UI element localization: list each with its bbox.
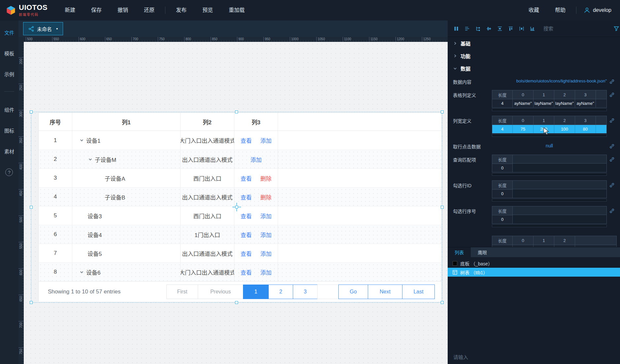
link-icon[interactable] <box>607 141 617 150</box>
page-button-1[interactable]: 1 <box>243 285 269 299</box>
tree-structure-icon[interactable] <box>475 25 481 32</box>
selection-handle[interactable] <box>30 301 33 304</box>
align-top-icon[interactable] <box>507 25 514 32</box>
table-row-1[interactable]: 1设备1大门入口出入通道模式查看添加 <box>39 131 441 150</box>
section-基础[interactable]: 基础 <box>448 37 620 49</box>
sidebar-item-素材[interactable]: 素材 <box>4 148 14 155</box>
row-action-查看[interactable]: 查看 <box>241 212 252 220</box>
row-action-查看[interactable]: 查看 <box>241 193 252 201</box>
bar-chart-icon[interactable] <box>529 25 536 32</box>
grid-cell[interactable]: 4 <box>492 125 513 133</box>
app-logo[interactable]: UIOTOS 前端零代码 <box>0 4 57 17</box>
menu-item-还原[interactable]: 还原 <box>136 0 162 20</box>
grid-cell[interactable]: 4 <box>492 99 513 107</box>
row-action-查看[interactable]: 查看 <box>241 136 252 144</box>
row-action-添加[interactable]: 添加 <box>260 268 272 276</box>
grid-cell[interactable]: 200 <box>534 125 554 133</box>
grid-scrollbar[interactable] <box>492 134 607 137</box>
link-icon[interactable] <box>607 180 617 201</box>
row-action-查看[interactable]: 查看 <box>241 174 252 182</box>
split-view-icon[interactable] <box>453 25 460 32</box>
menu-item-撤销[interactable]: 撤销 <box>110 0 136 20</box>
section-功能[interactable]: 功能 <box>448 49 620 62</box>
len-value-cell[interactable]: 0 <box>492 215 513 224</box>
page-go-button[interactable]: Go <box>338 285 368 299</box>
layers-tab-列表[interactable]: 列表 <box>448 247 471 257</box>
page-button-2[interactable]: 2 <box>268 285 293 299</box>
expand-chevron-icon[interactable] <box>80 138 84 142</box>
selection-handle[interactable] <box>30 206 33 209</box>
design-canvas[interactable]: 序号列1列2列3 1设备1大门入口出入通道模式查看添加2子设备M出入口通道出入模… <box>24 42 448 364</box>
grid-scrollbar[interactable] <box>492 225 607 227</box>
layer-item-树表[interactable]: 树表 （ttb1） <box>448 268 620 277</box>
link-icon[interactable] <box>607 206 617 227</box>
search-input[interactable] <box>543 26 609 31</box>
table-row-2[interactable]: 2子设备M出入口通道出入模式添加 <box>39 150 441 168</box>
section-数据[interactable]: 数据 <box>448 62 620 75</box>
grid-cell[interactable]: ayName" <box>513 99 534 107</box>
row-action-添加[interactable]: 添加 <box>260 212 272 220</box>
row-action-删除[interactable]: 删除 <box>260 174 272 182</box>
grid-cell[interactable]: layName" <box>554 99 575 107</box>
grid-cell[interactable]: 75 <box>513 125 534 133</box>
row-action-添加[interactable]: 添加 <box>251 155 262 164</box>
help-icon[interactable]: ? <box>5 168 13 176</box>
table-row-8[interactable]: 8设备6大门入口出入通道模式查看添加 <box>39 262 441 281</box>
layer-item-底板[interactable]: 底板 （_base） <box>448 259 620 268</box>
page-first-button[interactable]: First <box>166 285 198 299</box>
field-value[interactable]: bols/demo/uiotos/icons/light/address-boo… <box>492 77 607 85</box>
len-value-cell[interactable]: 0 <box>492 164 513 172</box>
expand-chevron-icon[interactable] <box>88 157 92 162</box>
selection-handle[interactable] <box>30 110 33 113</box>
row-action-删除[interactable]: 删除 <box>260 193 272 201</box>
row-action-添加[interactable]: 添加 <box>260 136 272 144</box>
sidebar-item-组件[interactable]: 组件 <box>4 106 14 113</box>
grid-cell[interactable]: 80 <box>575 125 596 133</box>
distribute-horizontal-icon[interactable] <box>518 25 525 32</box>
menu-item-保存[interactable]: 保存 <box>83 0 110 20</box>
page-number-input[interactable] <box>317 285 339 299</box>
grid-cell[interactable]: ayName" <box>575 99 596 107</box>
align-middle-icon[interactable] <box>486 25 492 32</box>
len-value-cell[interactable]: 0 <box>492 189 513 198</box>
layer-search-input[interactable] <box>448 350 620 364</box>
grid-scrollbar[interactable] <box>492 199 607 201</box>
table-row-3[interactable]: 3子设备A西门出入口查看删除 <box>39 168 441 187</box>
table-row-6[interactable]: 6设备41门出入口查看添加 <box>39 225 441 244</box>
align-left-icon[interactable] <box>464 25 470 32</box>
page-last-button[interactable]: Last <box>402 285 435 299</box>
menu-item-预览[interactable]: 预览 <box>194 0 221 20</box>
grid-scrollbar[interactable] <box>492 108 607 111</box>
link-icon[interactable] <box>607 90 617 111</box>
distribute-vertical-icon[interactable] <box>497 25 503 32</box>
row-action-查看[interactable]: 查看 <box>241 268 252 276</box>
page-previous-button[interactable]: Previous <box>198 285 243 299</box>
expand-chevron-icon[interactable] <box>80 270 84 274</box>
table-row-7[interactable]: 7设备5出入口通道出入模式查看添加 <box>39 244 441 262</box>
layers-tab-鹰眼[interactable]: 鹰眼 <box>471 247 494 257</box>
menu-item-发布[interactable]: 发布 <box>168 0 194 20</box>
row-action-查看[interactable]: 查看 <box>241 249 252 258</box>
grid-scrollbar[interactable] <box>492 173 607 176</box>
grid-cell[interactable]: 100 <box>554 125 575 133</box>
menu-item-新建[interactable]: 新建 <box>57 0 83 20</box>
menu-item-收藏[interactable]: 收藏 <box>521 0 547 20</box>
move-anchor-icon[interactable] <box>232 202 241 213</box>
link-icon[interactable] <box>607 77 617 85</box>
row-action-查看[interactable]: 查看 <box>241 230 252 239</box>
sidebar-item-文件[interactable]: 文件 <box>4 29 14 36</box>
menu-item-帮助[interactable]: 帮助 <box>547 0 573 20</box>
user-account[interactable]: develop <box>579 7 620 14</box>
tab-untitled[interactable]: 未命名 ● <box>23 22 63 35</box>
menu-item-重加载[interactable]: 重加载 <box>221 0 253 20</box>
link-icon[interactable] <box>607 155 617 176</box>
row-action-添加[interactable]: 添加 <box>260 249 272 258</box>
link-icon[interactable] <box>607 116 617 137</box>
grid-cell[interactable]: layName" <box>534 99 554 107</box>
row-action-添加[interactable]: 添加 <box>260 230 272 239</box>
page-next-button[interactable]: Next <box>368 285 402 299</box>
field-value[interactable]: null <box>492 141 607 150</box>
filter-icon[interactable] <box>613 25 619 32</box>
sidebar-item-模板[interactable]: 模板 <box>4 50 14 57</box>
sidebar-item-图标[interactable]: 图标 <box>4 127 14 134</box>
